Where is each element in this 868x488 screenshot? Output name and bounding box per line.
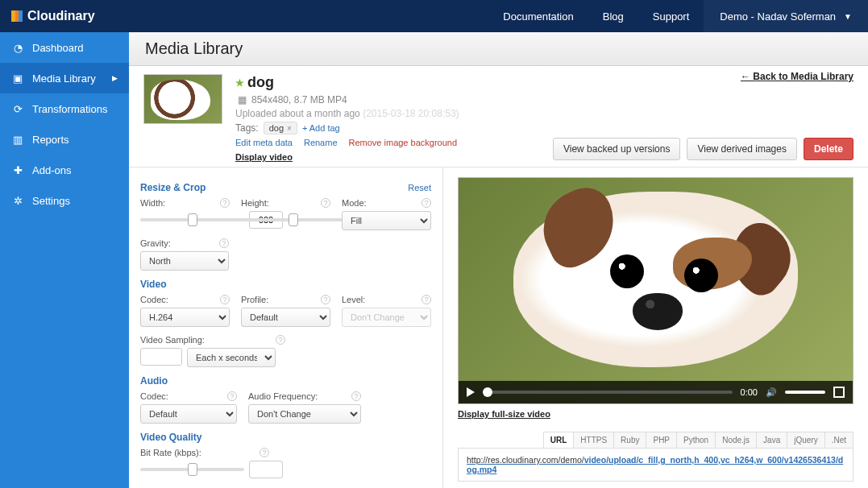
url-tab-url[interactable]: URL (543, 432, 575, 448)
back-to-library-link[interactable]: ← Back to Media Library (741, 71, 853, 82)
sidebar-item-transformations[interactable]: ⟳ Transformations (0, 93, 129, 124)
help-icon[interactable]: ? (351, 391, 361, 401)
url-tab-ruby[interactable]: Ruby (613, 432, 646, 448)
brand-logo[interactable]: Cloudinary (0, 9, 106, 23)
tag-chip[interactable]: dog × (264, 122, 297, 134)
tags-label: Tags: (235, 122, 259, 134)
sidebar-item-addons[interactable]: ✚ Add-ons (0, 155, 129, 185)
player-time: 0:00 (741, 387, 758, 397)
section-audio-title: Audio (140, 375, 168, 387)
video-codec-select[interactable]: H.264 (140, 308, 230, 327)
brand-name: Cloudinary (27, 9, 95, 23)
speaker-icon[interactable]: 🔊 (766, 387, 777, 398)
view-backed-button[interactable]: View backed up versions (553, 138, 681, 160)
help-icon[interactable]: ? (276, 335, 285, 345)
play-icon[interactable] (467, 387, 475, 397)
mode-select[interactable]: Fill (342, 211, 431, 230)
volume-slider[interactable] (785, 391, 825, 394)
add-tag-link[interactable]: + Add tag (302, 123, 340, 133)
sidebar-item-media-library[interactable]: ▣ Media Library ▶ (0, 63, 129, 93)
rename-link[interactable]: Rename (304, 138, 338, 147)
width-label: Width: (140, 198, 165, 208)
height-slider[interactable] (241, 218, 345, 221)
url-tab-python[interactable]: Python (676, 432, 716, 448)
bitrate-slider[interactable] (140, 468, 244, 471)
edit-metadata-link[interactable]: Edit meta data (235, 138, 293, 147)
video-preview[interactable]: 0:00 🔊 (458, 177, 853, 404)
caret-down-icon: ▼ (844, 12, 852, 21)
sidebar: ◔ Dashboard ▣ Media Library ▶ ⟳ Transfor… (0, 32, 129, 488)
video-controls: 0:00 🔊 (459, 381, 853, 403)
url-output[interactable]: http://res.cloudinary.com/demo/video/upl… (458, 448, 853, 482)
help-icon[interactable]: ? (321, 295, 330, 304)
fullscreen-icon[interactable] (833, 387, 845, 398)
url-tab-net[interactable]: .Net (824, 432, 853, 448)
video-codec-label: Codec: (140, 295, 168, 304)
remove-bg-link[interactable]: Remove image background (349, 138, 458, 147)
help-icon[interactable]: ? (321, 198, 330, 208)
progress-bar[interactable] (483, 391, 733, 394)
section-quality-title: Video Quality (140, 432, 201, 443)
help-icon[interactable]: ? (260, 448, 269, 457)
help-icon[interactable]: ? (219, 238, 229, 248)
sidebar-item-label: Transformations (32, 103, 107, 115)
display-video-link[interactable]: Display video (235, 152, 459, 162)
nav-user-label: Demo - Nadav Soferman (720, 10, 836, 23)
addon-icon: ✚ (11, 163, 24, 176)
sampling-unit-select[interactable]: Each x seconds (187, 348, 276, 367)
nav-user-menu[interactable]: Demo - Nadav Soferman ▼ (704, 0, 868, 32)
height-label: Height: (241, 198, 269, 208)
help-icon[interactable]: ? (220, 198, 230, 208)
section-resize-title: Resize & Crop (140, 182, 206, 193)
url-tab-https[interactable]: HTTPS (573, 432, 614, 448)
view-derived-button[interactable]: View derived images (687, 138, 797, 160)
help-icon[interactable]: ? (220, 295, 230, 304)
sampling-label: Video Sampling: (140, 335, 205, 345)
level-label: Level: (342, 295, 365, 304)
nav-blog[interactable]: Blog (588, 0, 638, 32)
delete-button[interactable]: Delete (804, 138, 853, 160)
sidebar-item-label: Settings (32, 195, 70, 207)
mode-label: Mode: (342, 198, 367, 208)
bitrate-input[interactable] (249, 461, 283, 478)
asset-name: dog (247, 74, 274, 91)
progress-knob[interactable] (483, 387, 492, 397)
url-link[interactable]: http://res.cloudinary.com/demo/video/upl… (467, 455, 843, 474)
url-tab-php[interactable]: PHP (646, 432, 677, 448)
url-tab-jquery[interactable]: jQuery (787, 432, 824, 448)
help-icon[interactable]: ? (422, 295, 431, 304)
page-header: Media Library (129, 32, 868, 66)
sidebar-item-reports[interactable]: ▥ Reports (0, 124, 129, 155)
section-video-title: Video (140, 279, 166, 290)
fullsize-video-link[interactable]: Display full-size video (458, 409, 550, 419)
audio-freq-select[interactable]: Don't Change (248, 404, 361, 424)
asset-dimensions: 854x480, 8.7 MB MP4 (251, 94, 347, 105)
sidebar-item-label: Reports (32, 134, 69, 146)
sidebar-item-dashboard[interactable]: ◔ Dashboard (0, 32, 129, 63)
profile-select[interactable]: Default (241, 308, 330, 327)
remove-tag-icon[interactable]: × (287, 124, 292, 133)
help-icon[interactable]: ? (422, 198, 431, 208)
media-icon: ▣ (11, 72, 24, 85)
asset-thumbnail[interactable] (143, 74, 222, 124)
asset-uploaded: Uploaded about a month ago (235, 108, 360, 119)
sampling-input[interactable] (140, 348, 182, 366)
help-icon[interactable]: ? (227, 391, 237, 401)
url-tab-nodejs[interactable]: Node.js (715, 432, 757, 448)
url-tab-java[interactable]: Java (756, 432, 787, 448)
sidebar-item-label: Add-ons (32, 164, 71, 176)
nav-documentation[interactable]: Documentation (488, 0, 588, 32)
sidebar-item-label: Media Library (32, 72, 96, 85)
audio-codec-select[interactable]: Default (140, 404, 237, 424)
reset-link[interactable]: Reset (408, 183, 431, 192)
reports-icon: ▥ (11, 133, 24, 146)
nav-support[interactable]: Support (638, 0, 704, 32)
level-select: Don't Change (342, 308, 431, 327)
gravity-select[interactable]: North (140, 251, 229, 271)
audio-codec-label: Codec: (140, 391, 168, 401)
asset-uploaded-stamp: (2015-03-18 20:08:53) (363, 108, 459, 119)
transform-icon: ⟳ (11, 102, 24, 115)
settings-icon: ✲ (11, 194, 24, 207)
sidebar-item-settings[interactable]: ✲ Settings (0, 185, 129, 216)
width-slider[interactable] (140, 218, 244, 221)
